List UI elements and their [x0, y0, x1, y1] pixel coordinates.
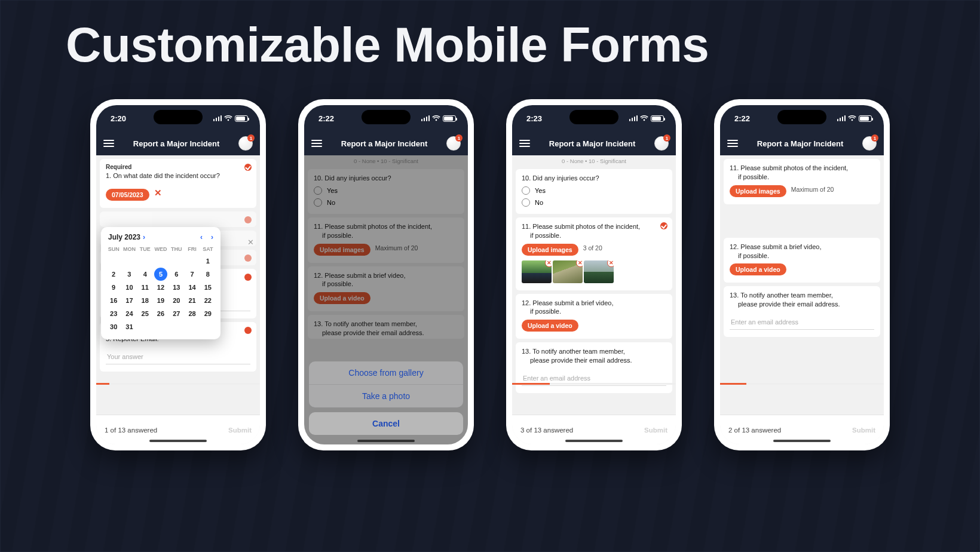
clear-date-icon[interactable]: ✕ [154, 188, 162, 198]
phone-row: 2:20 Report a Major Incident 1 Required [0, 99, 980, 450]
calendar-day[interactable]: 15 [200, 281, 216, 294]
calendar-next-icon[interactable]: › [211, 233, 213, 241]
menu-icon[interactable] [519, 140, 530, 147]
calendar-day[interactable]: 17 [121, 294, 137, 307]
calendar-day[interactable]: 9 [106, 281, 121, 294]
question-card-11: 11. Please submit photos of the incident… [516, 217, 672, 290]
notification-badge: 1 [455, 134, 463, 142]
calendar-dow: FRI [184, 245, 200, 253]
app-header: Report a Major Incident 1 [720, 131, 884, 155]
calendar-month-label[interactable]: July 2023 › [108, 233, 145, 241]
calendar-day[interactable]: 18 [137, 294, 153, 307]
calendar-day[interactable]: 4 [137, 268, 153, 281]
upload-images-button[interactable]: Upload images [730, 185, 786, 197]
menu-icon[interactable] [103, 140, 114, 147]
battery-icon [235, 115, 248, 122]
avatar[interactable]: 1 [862, 136, 877, 151]
remove-photo-icon[interactable]: ✕ [576, 260, 583, 267]
submit-button[interactable]: Submit [228, 427, 252, 434]
progress-label: 3 of 13 answered [520, 427, 573, 434]
dynamic-island [362, 110, 411, 124]
calendar-day[interactable]: 31 [121, 320, 137, 333]
calendar-day[interactable]: 20 [169, 294, 184, 307]
calendar-day[interactable]: 7 [184, 268, 200, 281]
wifi-icon [432, 115, 440, 121]
menu-icon[interactable] [311, 140, 322, 147]
question-card-13: 13. To notify another team member, pleas… [516, 342, 672, 393]
clock: 2:22 [318, 114, 334, 123]
calendar-day[interactable]: 29 [200, 307, 216, 320]
question-card-12: 12. Please submit a brief video, if poss… [516, 294, 672, 339]
calendar-day[interactable]: 11 [137, 281, 153, 294]
calendar-day [106, 254, 121, 268]
action-sheet-gallery[interactable]: Choose from gallery [309, 361, 463, 385]
avatar[interactable]: 1 [238, 136, 253, 151]
remove-photo-icon[interactable]: ✕ [545, 260, 552, 267]
question-text: 11. Please submit photos of the incident… [730, 164, 874, 173]
calendar-day [153, 320, 169, 333]
calendar-day[interactable]: 10 [121, 281, 137, 294]
email-input[interactable]: Your answer [106, 349, 250, 364]
avatar[interactable]: 1 [446, 136, 461, 151]
photo-thumbnail[interactable]: ✕ [553, 260, 583, 283]
calendar-day[interactable]: 5 [154, 268, 167, 281]
upload-images-button[interactable]: Upload images [522, 244, 578, 256]
action-sheet-cancel[interactable]: Cancel [309, 412, 463, 435]
calendar-day[interactable]: 19 [153, 294, 169, 307]
submit-button[interactable]: Submit [644, 427, 667, 434]
action-sheet-camera[interactable]: Take a photo [309, 385, 463, 407]
calendar-day[interactable]: 28 [184, 307, 200, 320]
progress-bar [96, 383, 260, 385]
signal-icon [213, 115, 222, 121]
calendar-dow: THU [169, 245, 184, 253]
calendar-day [169, 320, 184, 333]
calendar-prev-icon[interactable]: ‹ [200, 233, 203, 241]
radio-option-no[interactable]: No [522, 198, 666, 207]
calendar-day[interactable]: 12 [153, 281, 169, 294]
calendar-day[interactable]: 6 [169, 268, 184, 281]
submit-button[interactable]: Submit [852, 427, 875, 434]
calendar-day[interactable]: 13 [169, 281, 184, 294]
menu-icon[interactable] [727, 140, 738, 147]
calendar-day[interactable]: 23 [106, 307, 121, 320]
calendar-day[interactable]: 14 [184, 281, 200, 294]
date-chip[interactable]: 07/05/2023 [106, 189, 149, 201]
signal-icon [421, 115, 430, 121]
question-card-10: 10. Did any injuries occur? Yes No [516, 169, 672, 214]
avatar[interactable]: 1 [654, 136, 669, 151]
calendar-day[interactable]: 24 [121, 307, 137, 320]
calendar-dow: MON [121, 245, 137, 253]
photo-thumbnail[interactable]: ✕ [522, 260, 552, 283]
question-subtext: if possible. [530, 307, 666, 316]
calendar-day[interactable]: 1 [200, 254, 216, 268]
calendar-day[interactable]: 27 [169, 307, 184, 320]
question-text: 12. Please submit a brief video, [730, 243, 874, 252]
notification-badge: 1 [663, 134, 670, 142]
calendar-day [200, 320, 216, 333]
progress-label: 1 of 13 answered [105, 427, 157, 434]
calendar-day[interactable]: 21 [184, 294, 200, 307]
upload-video-button[interactable]: Upload a video [730, 263, 786, 275]
upload-video-button[interactable]: Upload a video [522, 320, 578, 332]
question-text: 10. Did any injuries occur? [522, 174, 666, 183]
required-indicator-icon [244, 164, 252, 171]
photo-thumbnail[interactable]: ✕ [584, 260, 614, 283]
calendar-day[interactable]: 30 [106, 320, 121, 333]
email-input[interactable]: Enter an email address [730, 315, 874, 330]
required-label: Required [106, 164, 250, 170]
calendar-day[interactable]: 2 [106, 268, 121, 281]
calendar-day[interactable]: 16 [106, 294, 121, 307]
calendar-day [137, 320, 153, 333]
calendar-day[interactable]: 25 [137, 307, 153, 320]
calendar-day [169, 254, 184, 268]
remove-photo-icon[interactable]: ✕ [607, 260, 614, 267]
home-indicator [773, 440, 831, 442]
radio-option-yes[interactable]: Yes [522, 186, 666, 195]
question-card-13: 13. To notify another team member, pleas… [724, 286, 880, 337]
calendar-day[interactable]: 26 [153, 307, 169, 320]
calendar-day[interactable]: 22 [200, 294, 216, 307]
question-text: 1. On what date did the incident occur? [106, 171, 250, 180]
calendar-day[interactable]: 8 [200, 268, 216, 281]
calendar-day[interactable]: 3 [121, 268, 137, 281]
question-subtext: if possible. [738, 252, 874, 260]
